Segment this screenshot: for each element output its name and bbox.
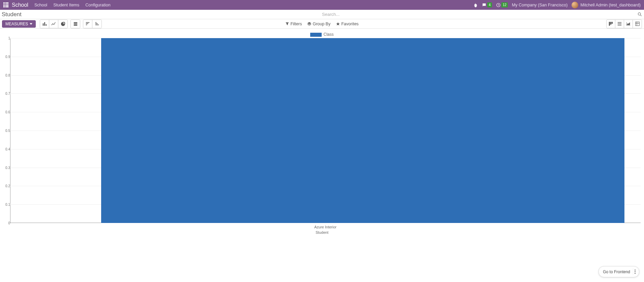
list-view-icon[interactable] bbox=[615, 20, 624, 28]
pivot-view-icon[interactable] bbox=[633, 20, 642, 28]
pie-chart-icon[interactable] bbox=[58, 20, 67, 28]
bar-chart-icon[interactable] bbox=[40, 20, 49, 28]
x-tick: Azure Interior bbox=[314, 225, 336, 229]
navbar-left: School School Student Items Configuratio… bbox=[3, 0, 117, 10]
y-tick: 0.9 bbox=[5, 55, 10, 58]
svg-rect-14 bbox=[609, 22, 610, 26]
chart-area: Class 00.10.20.30.40.50.60.70.80.91 Azur… bbox=[0, 29, 644, 234]
svg-rect-17 bbox=[618, 22, 621, 23]
svg-rect-9 bbox=[86, 23, 88, 24]
svg-rect-11 bbox=[95, 24, 99, 25]
chart-legend: Class bbox=[3, 31, 641, 38]
sort-asc-icon[interactable] bbox=[92, 20, 101, 28]
favorites-label: Favorites bbox=[341, 22, 358, 26]
search-icon[interactable] bbox=[637, 12, 642, 17]
svg-rect-10 bbox=[86, 24, 87, 25]
svg-rect-15 bbox=[610, 22, 611, 25]
sort-desc-icon[interactable] bbox=[83, 20, 92, 28]
y-tick: 0.6 bbox=[5, 110, 10, 114]
svg-rect-18 bbox=[618, 24, 621, 24]
filter-icon bbox=[285, 22, 289, 26]
activities-badge: 12 bbox=[501, 2, 508, 7]
stacked-icon[interactable] bbox=[71, 20, 80, 28]
nav-menu-student-items[interactable]: Student Items bbox=[53, 3, 79, 7]
nav-menu-configuration[interactable]: Configuration bbox=[85, 3, 110, 7]
user-menu[interactable]: Mitchell Admin (test_dashboard) bbox=[572, 2, 641, 8]
y-tick: 0.8 bbox=[5, 73, 10, 77]
legend-swatch bbox=[310, 33, 322, 37]
star-icon bbox=[336, 22, 340, 26]
y-tick: 0.7 bbox=[5, 92, 10, 95]
layers-icon bbox=[307, 22, 311, 26]
sort-group bbox=[83, 20, 102, 28]
y-tick: 0.2 bbox=[5, 184, 10, 188]
svg-rect-19 bbox=[618, 25, 621, 26]
debug-icon[interactable] bbox=[473, 3, 478, 7]
legend-label: Class bbox=[323, 32, 333, 37]
control-panel-top: Student bbox=[0, 10, 644, 19]
chart-plot: 00.10.20.30.40.50.60.70.80.91 Azure Inte… bbox=[5, 38, 641, 223]
view-switcher bbox=[606, 20, 642, 28]
svg-rect-12 bbox=[95, 23, 98, 24]
y-tick: 0.4 bbox=[5, 147, 10, 151]
filters-button[interactable]: Filters bbox=[285, 22, 302, 26]
search-input[interactable] bbox=[322, 12, 637, 17]
groupby-button[interactable]: Group By bbox=[307, 22, 330, 26]
activities-icon[interactable]: 12 bbox=[496, 2, 508, 7]
chart-bar[interactable] bbox=[101, 38, 624, 223]
y-tick: 0.3 bbox=[5, 166, 10, 169]
kanban-view-icon[interactable] bbox=[607, 20, 615, 28]
x-axis-label: Student bbox=[3, 230, 641, 234]
y-tick: 0.5 bbox=[5, 129, 10, 133]
svg-rect-20 bbox=[635, 22, 639, 26]
favorites-button[interactable]: Favorites bbox=[336, 22, 358, 26]
svg-rect-16 bbox=[612, 22, 613, 24]
y-axis: 00.10.20.30.40.50.60.70.80.91 bbox=[5, 38, 10, 223]
svg-point-1 bbox=[638, 13, 641, 16]
svg-rect-2 bbox=[43, 23, 44, 26]
measures-label: MEASURES bbox=[5, 22, 28, 26]
svg-rect-7 bbox=[74, 25, 78, 26]
search-box[interactable] bbox=[322, 12, 642, 17]
company-switcher[interactable]: My Company (San Francisco) bbox=[512, 3, 567, 7]
top-navbar: School School Student Items Configuratio… bbox=[0, 0, 644, 10]
messages-badge: 4 bbox=[487, 2, 492, 7]
groupby-label: Group By bbox=[313, 22, 330, 26]
svg-rect-6 bbox=[74, 23, 78, 24]
graph-type-group bbox=[40, 20, 68, 28]
svg-rect-4 bbox=[46, 24, 47, 25]
graph-view-icon[interactable] bbox=[624, 20, 633, 28]
svg-rect-5 bbox=[74, 22, 78, 23]
avatar bbox=[572, 2, 578, 8]
search-options: Filters Group By Favorites bbox=[285, 22, 358, 26]
caret-down-icon bbox=[30, 23, 32, 25]
control-panel-bottom: MEASURES Filters bbox=[0, 19, 644, 29]
stacking-group bbox=[70, 20, 80, 28]
navbar-right: 4 12 My Company (San Francisco) Mitchell… bbox=[473, 2, 641, 8]
svg-rect-13 bbox=[95, 22, 97, 23]
apps-icon[interactable] bbox=[3, 2, 8, 7]
measures-button[interactable]: MEASURES bbox=[2, 20, 36, 28]
messages-icon[interactable]: 4 bbox=[482, 2, 492, 7]
app-brand[interactable]: School bbox=[12, 2, 28, 8]
y-tick: 0.1 bbox=[5, 203, 10, 206]
line-chart-icon[interactable] bbox=[49, 20, 58, 28]
svg-rect-3 bbox=[44, 22, 45, 26]
user-name: Mitchell Admin (test_dashboard) bbox=[580, 3, 641, 7]
filters-label: Filters bbox=[290, 22, 302, 26]
nav-menu-school[interactable]: School bbox=[34, 3, 47, 7]
svg-rect-8 bbox=[86, 22, 90, 23]
breadcrumb: Student bbox=[2, 11, 322, 18]
